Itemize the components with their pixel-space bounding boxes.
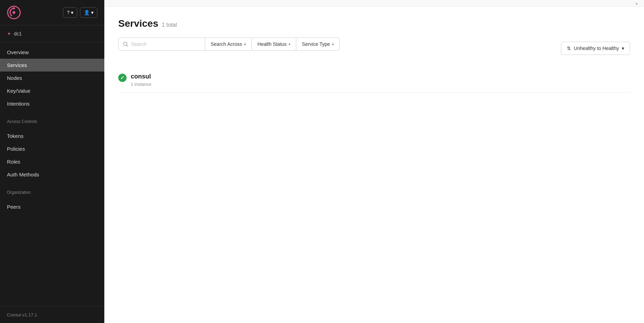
filter-bar: Search Across ▾ Health Status ▾ Service … <box>118 38 340 51</box>
sidebar-item-policies[interactable]: Policies <box>0 142 104 155</box>
sort-chevron: ▾ <box>622 45 624 51</box>
organization-label: Organization <box>0 184 104 197</box>
service-health-icon: ✓ <box>118 74 127 82</box>
main-nav: Overview Services Nodes Key/Value Intent… <box>0 42 104 114</box>
search-icon <box>123 41 128 47</box>
sidebar-header: ? ▾ 👤 ▾ <box>0 0 104 25</box>
sort-button[interactable]: ⇅ Unhealthy to Healthy ▾ <box>561 42 630 55</box>
sort-label: Unhealthy to Healthy <box>574 45 619 51</box>
sidebar-item-services[interactable]: Services <box>0 59 104 72</box>
sort-icon: ⇅ <box>567 45 571 51</box>
access-controls-nav: Tokens Policies Roles Auth Methods <box>0 126 104 184</box>
service-name: consul <box>131 73 151 80</box>
search-wrapper <box>119 38 205 50</box>
service-info: consul 1 instance <box>131 73 151 87</box>
help-icon: ? <box>67 10 70 15</box>
user-icon: 👤 <box>84 10 90 15</box>
page-title: Services <box>118 18 158 29</box>
logo <box>7 6 21 19</box>
svg-line-4 <box>127 45 128 47</box>
table-row[interactable]: ✓ consul 1 instance <box>118 67 630 93</box>
search-across-label: Search Across <box>211 41 242 47</box>
search-across-chevron: ▾ <box>244 42 246 46</box>
consul-logo-icon <box>7 6 21 19</box>
sidebar-item-peers[interactable]: Peers <box>0 200 104 213</box>
page-header: Services 1 total <box>118 18 630 29</box>
help-chevron: ▾ <box>71 10 73 15</box>
dc-icon: ✦ <box>7 31 11 36</box>
sidebar-item-intentions[interactable]: Intentions <box>0 97 104 110</box>
sidebar-item-auth-methods[interactable]: Auth Methods <box>0 168 104 181</box>
sidebar-item-tokens[interactable]: Tokens <box>0 130 104 142</box>
sidebar-item-nodes[interactable]: Nodes <box>0 72 104 84</box>
search-input[interactable] <box>131 38 201 50</box>
collapse-icon[interactable]: ▲ <box>635 1 638 5</box>
dc-label: dc1 <box>14 31 22 36</box>
health-status-label: Health Status <box>257 41 287 47</box>
service-instances: 1 instance <box>131 82 151 87</box>
sidebar: ? ▾ 👤 ▾ ✦ dc1 Overview Services Nodes Ke… <box>0 0 104 323</box>
user-button[interactable]: 👤 ▾ <box>80 7 97 18</box>
organization-nav: Peers <box>0 197 104 217</box>
dc-section: ✦ dc1 <box>0 25 104 42</box>
header-buttons: ? ▾ 👤 ▾ <box>63 7 97 18</box>
search-across-button[interactable]: Search Across ▾ <box>205 38 252 50</box>
health-status-chevron: ▾ <box>289 42 290 46</box>
user-chevron: ▾ <box>91 10 94 15</box>
filter-row: Search Across ▾ Health Status ▾ Service … <box>118 38 630 59</box>
content-area: Services 1 total Search Across ▾ Health … <box>104 7 644 323</box>
service-list: ✓ consul 1 instance <box>118 67 630 93</box>
svg-point-2 <box>13 7 15 9</box>
page-count: 1 total <box>162 22 177 28</box>
help-button[interactable]: ? ▾ <box>63 7 77 18</box>
service-type-label: Service Type <box>302 41 330 47</box>
sidebar-item-overview[interactable]: Overview <box>0 46 104 59</box>
sidebar-item-key-value[interactable]: Key/Value <box>0 84 104 97</box>
top-bar: ▲ <box>104 0 644 7</box>
service-type-button[interactable]: Service Type ▾ <box>296 38 339 50</box>
svg-point-1 <box>13 11 15 14</box>
health-status-button[interactable]: Health Status ▾ <box>252 38 296 50</box>
check-icon: ✓ <box>120 75 124 81</box>
sidebar-item-roles[interactable]: Roles <box>0 155 104 168</box>
access-controls-label: Access Controls <box>0 114 104 126</box>
service-type-chevron: ▾ <box>332 42 334 46</box>
version-label: Consul v1.17.1 <box>0 306 104 323</box>
main-content: ▲ Services 1 total Search Across ▾ <box>104 0 644 323</box>
